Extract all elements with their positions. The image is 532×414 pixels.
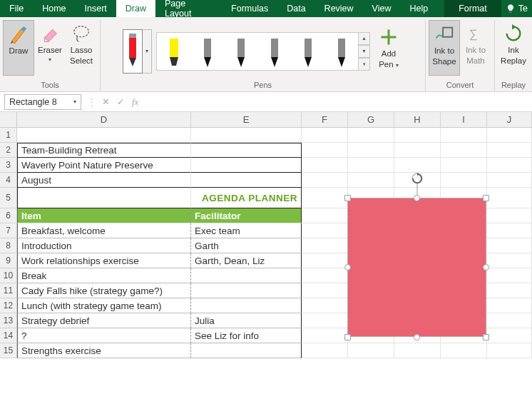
handle-tr[interactable]: [483, 195, 489, 201]
row-header[interactable]: 12: [0, 298, 17, 313]
cell-J15[interactable]: [487, 343, 532, 358]
cell-J11[interactable]: [487, 283, 532, 298]
row-header[interactable]: 14: [0, 328, 17, 343]
cell-F11[interactable]: [302, 283, 348, 298]
gallery-down[interactable]: ▼: [359, 45, 370, 58]
cell-D7[interactable]: Breakfast, welcome: [17, 223, 191, 238]
cell-F6[interactable]: [302, 208, 348, 223]
cell-E6[interactable]: Facilitator: [191, 208, 302, 223]
lasso-button[interactable]: Lasso Select: [66, 20, 97, 76]
row-header[interactable]: 13: [0, 313, 17, 328]
row-header[interactable]: 10: [0, 268, 17, 283]
tab-view[interactable]: View: [363, 0, 401, 17]
cell-D14[interactable]: ?: [17, 328, 191, 343]
cell-H15[interactable]: [394, 343, 441, 358]
cell-G4[interactable]: [348, 173, 394, 188]
pen-black-1[interactable]: [190, 33, 224, 70]
cell-F3[interactable]: [302, 158, 348, 173]
cell-E4[interactable]: [191, 173, 302, 188]
cell-J13[interactable]: [487, 313, 532, 328]
cell-F9[interactable]: [302, 253, 348, 268]
col-header-E[interactable]: E: [191, 112, 302, 127]
gallery-up[interactable]: ▲: [359, 32, 370, 45]
rectangle-shape[interactable]: [347, 198, 486, 337]
tab-insert[interactable]: Insert: [76, 0, 116, 17]
draw-button[interactable]: Draw: [3, 20, 34, 76]
cell-D15[interactable]: Strengths exercise: [17, 343, 191, 358]
cell-F2[interactable]: [302, 143, 348, 158]
add-pen-button[interactable]: Add Pen ▾: [373, 24, 404, 79]
cell-E11[interactable]: [191, 283, 302, 298]
cell-J2[interactable]: [487, 143, 532, 158]
cell-D4[interactable]: August: [17, 173, 191, 188]
row-header[interactable]: 7: [0, 223, 17, 238]
pen-yellow-hl[interactable]: [157, 33, 190, 70]
handle-tl[interactable]: [344, 195, 351, 201]
col-header-G[interactable]: G: [348, 112, 394, 127]
cell-H3[interactable]: [394, 158, 441, 173]
cell-E2[interactable]: [191, 143, 302, 158]
cell-E5[interactable]: AGENDA PLANNER: [191, 188, 302, 208]
tab-review[interactable]: Review: [315, 0, 363, 17]
cell-F15[interactable]: [302, 343, 348, 358]
cell-D5[interactable]: [17, 188, 191, 208]
cell-F1[interactable]: [302, 128, 348, 143]
tab-home[interactable]: Home: [33, 0, 75, 17]
handle-bm[interactable]: [414, 334, 420, 340]
col-header-H[interactable]: H: [394, 112, 441, 127]
cell-I15[interactable]: [441, 343, 487, 358]
cancel-icon[interactable]: ✕: [102, 96, 110, 107]
cell-F5[interactable]: [302, 188, 348, 208]
cell-J12[interactable]: [487, 298, 532, 313]
tab-draw[interactable]: Draw: [116, 0, 155, 17]
enter-icon[interactable]: ✓: [117, 96, 125, 107]
cell-G2[interactable]: [348, 143, 394, 158]
fx-icon[interactable]: fx: [132, 96, 138, 108]
pen-black-5[interactable]: [324, 33, 358, 70]
cell-J14[interactable]: [487, 328, 532, 343]
row-header[interactable]: 2: [0, 143, 17, 158]
cell-D1[interactable]: [17, 128, 191, 143]
handle-ml[interactable]: [344, 264, 351, 271]
cell-J9[interactable]: [487, 253, 532, 268]
cell-D2[interactable]: Team-Building Retreat: [17, 143, 191, 158]
row-header[interactable]: 6: [0, 208, 17, 223]
tab-file[interactable]: File: [0, 0, 33, 17]
cell-G15[interactable]: [348, 343, 394, 358]
gallery-more[interactable]: ▾: [359, 58, 370, 71]
tab-page-layout[interactable]: Page Layout: [155, 0, 222, 17]
row-header[interactable]: 5: [0, 188, 17, 208]
handle-mr[interactable]: [483, 264, 489, 271]
cell-J7[interactable]: [487, 223, 532, 238]
cell-F12[interactable]: [302, 298, 348, 313]
cell-E13[interactable]: Julia: [191, 313, 302, 328]
cell-E15[interactable]: [191, 343, 302, 358]
pen-gallery[interactable]: [156, 32, 359, 71]
cell-F8[interactable]: [302, 238, 348, 253]
pen-black-2[interactable]: [224, 33, 257, 70]
cell-D12[interactable]: Lunch (with strategy game team): [17, 298, 191, 313]
select-all-corner[interactable]: [0, 112, 17, 127]
cell-H2[interactable]: [394, 143, 441, 158]
cell-F14[interactable]: [302, 328, 348, 343]
row-header[interactable]: 3: [0, 158, 17, 173]
cell-J6[interactable]: [487, 208, 532, 223]
tab-formulas[interactable]: Formulas: [222, 0, 277, 17]
col-header-D[interactable]: D: [17, 112, 191, 127]
cell-E9[interactable]: Garth, Dean, Liz: [191, 253, 302, 268]
col-header-I[interactable]: I: [441, 112, 487, 127]
cell-D11[interactable]: Cady Falls hike (strategy game?): [17, 283, 191, 298]
cell-E12[interactable]: [191, 298, 302, 313]
cell-E3[interactable]: [191, 158, 302, 173]
cell-D3[interactable]: Waverly Point Nature Preserve: [17, 158, 191, 173]
eraser-button[interactable]: Eraser ▾: [34, 20, 66, 76]
cell-D9[interactable]: Work relationships exercise: [17, 253, 191, 268]
cell-E14[interactable]: See Liz for info: [191, 328, 302, 343]
cell-F4[interactable]: [302, 173, 348, 188]
cell-J8[interactable]: [487, 238, 532, 253]
cell-I1[interactable]: [441, 128, 487, 143]
cell-F10[interactable]: [302, 268, 348, 283]
ink-to-shape-button[interactable]: Ink to Shape: [429, 20, 460, 76]
ink-replay-button[interactable]: Ink Replay: [498, 20, 529, 76]
cell-I3[interactable]: [441, 158, 487, 173]
